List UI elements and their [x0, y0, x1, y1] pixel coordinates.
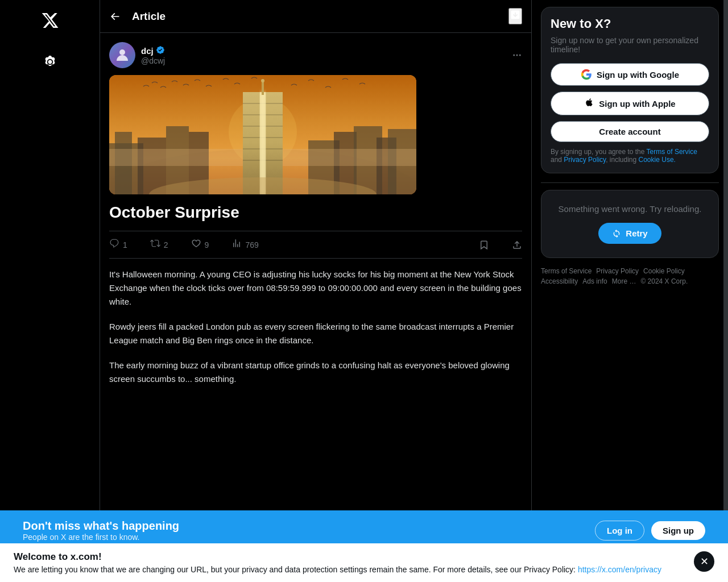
views-action[interactable]: 769: [231, 238, 258, 251]
scrollbar[interactable]: [723, 0, 728, 582]
cookie-body: We are letting you know that we are chan…: [14, 565, 661, 574]
cookie-content: Welcome to x.com! We are letting you kno…: [14, 551, 661, 574]
signup-button[interactable]: Sign up: [651, 521, 705, 540]
article-image: [109, 75, 416, 194]
article-paragraph-2: Rowdy jeers fill a packed London pub as …: [109, 320, 522, 347]
signup-card-title: New to X?: [551, 16, 709, 31]
apple-logo-icon: [584, 97, 594, 110]
retweet-icon: [150, 238, 160, 251]
verified-badge: [156, 45, 165, 56]
svg-point-1: [513, 55, 515, 56]
reply-count: 1: [123, 240, 127, 250]
google-logo-icon: [581, 69, 592, 80]
banner-text: Don't miss what's happening People on X …: [23, 519, 179, 542]
footer-ads-link[interactable]: Ads info: [582, 277, 607, 285]
back-button[interactable]: [109, 11, 121, 22]
error-message: Something went wrong. Try reloading.: [559, 204, 702, 214]
main-content: Article: [100, 0, 532, 582]
banner-actions: Log in Sign up: [595, 521, 705, 541]
views-count: 769: [245, 240, 258, 250]
cookie-title: Welcome to x.com!: [14, 551, 661, 563]
display-name: dcj: [141, 45, 165, 56]
cookie-close-button[interactable]: ✕: [694, 551, 714, 572]
terms-text: By signing up, you agree to the Terms of…: [551, 148, 709, 164]
article-paragraph-1: It's Halloween morning. A young CEO is a…: [109, 268, 522, 309]
svg-rect-27: [262, 81, 264, 95]
cookie-privacy-link[interactable]: https://x.com/en/privacy: [578, 565, 661, 574]
like-icon: [191, 238, 201, 251]
svg-point-2: [516, 55, 518, 56]
retry-label: Retry: [626, 228, 647, 238]
footer-copyright: © 2024 X Corp.: [640, 277, 688, 285]
svg-point-28: [261, 79, 264, 82]
banner-main-text: Don't miss what's happening: [23, 519, 179, 533]
create-account-label: Create account: [599, 127, 660, 136]
terms-of-service-link[interactable]: Terms of Service: [647, 148, 697, 156]
user-info: dcj @dcwj: [141, 45, 165, 65]
footer-more-link[interactable]: More …: [612, 277, 636, 285]
banner-sub-text: People on X are the first to know.: [23, 533, 179, 542]
expand-button[interactable]: [508, 8, 522, 24]
signup-google-button[interactable]: Sign up with Google: [551, 63, 709, 86]
article-paragraph-3: The early morning buzz of a vibrant star…: [109, 359, 522, 386]
create-account-button[interactable]: Create account: [551, 121, 709, 142]
cookie-use-link[interactable]: Cookie Use.: [639, 156, 676, 164]
footer-terms-link[interactable]: Terms of Service: [541, 267, 592, 275]
tweet-meta: dcj @dcwj: [109, 42, 522, 68]
like-action[interactable]: 9: [191, 238, 209, 251]
retweet-action[interactable]: 2: [150, 238, 168, 251]
article-header: Article: [100, 0, 531, 33]
divider: [541, 182, 719, 183]
x-logo[interactable]: [41, 11, 59, 32]
reply-action[interactable]: 1: [109, 238, 127, 251]
username: @dcwj: [141, 56, 165, 65]
more-button[interactable]: [512, 50, 522, 60]
like-count: 9: [205, 240, 209, 250]
share-action[interactable]: [512, 240, 522, 250]
footer-cookie-link[interactable]: Cookie Policy: [643, 267, 685, 275]
bookmark-action[interactable]: [479, 240, 489, 250]
avatar[interactable]: [109, 42, 135, 68]
error-card: Something went wrong. Try reloading. Ret…: [541, 190, 719, 258]
left-sidebar: [0, 0, 100, 582]
privacy-policy-link[interactable]: Privacy Policy: [564, 156, 606, 164]
views-icon: [231, 238, 242, 251]
login-button[interactable]: Log in: [595, 521, 644, 541]
svg-point-3: [519, 55, 521, 56]
cookie-notice: Welcome to x.com! We are letting you kno…: [0, 543, 728, 582]
right-sidebar: New to X? Sign up now to get your own pe…: [532, 0, 728, 292]
settings-icon[interactable]: [37, 49, 63, 75]
article-title: October Surprise: [109, 203, 522, 222]
footer-accessibility-link[interactable]: Accessibility: [541, 277, 578, 285]
article-body: It's Halloween morning. A young CEO is a…: [109, 268, 522, 406]
signup-card: New to X? Sign up now to get your own pe…: [541, 7, 719, 173]
signup-apple-label: Sign up with Apple: [599, 99, 675, 109]
svg-point-0: [119, 49, 125, 55]
tweet-area: dcj @dcwj: [100, 33, 531, 415]
reply-icon: [109, 238, 119, 251]
article-header-title: Article: [132, 10, 166, 23]
action-bar: 1 2 9: [109, 231, 522, 259]
footer-links: Terms of Service Privacy Policy Cookie P…: [541, 267, 719, 285]
signup-apple-button[interactable]: Sign up with Apple: [551, 92, 709, 115]
retweet-count: 2: [164, 240, 168, 250]
footer-privacy-link[interactable]: Privacy Policy: [596, 267, 639, 275]
signup-google-label: Sign up with Google: [597, 70, 679, 80]
retry-button[interactable]: Retry: [598, 223, 661, 244]
signup-card-subtitle: Sign up now to get your own personalized…: [551, 36, 709, 54]
